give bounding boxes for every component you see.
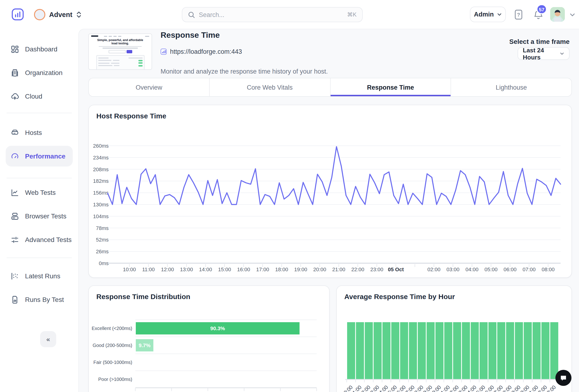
response-time-line: [108, 147, 561, 205]
sliders-icon: [10, 235, 19, 244]
cloud-gear-icon: [10, 92, 19, 101]
y-axis-label: 234ms: [93, 155, 109, 161]
sidebar-item-latest-runs[interactable]: Latest Runs: [6, 267, 73, 285]
thumbnail-cta: [89, 50, 151, 53]
thumbnail-dashboard-preview: [96, 55, 144, 70]
bar-chart-logo-icon: [11, 8, 24, 21]
sidebar-collapse-button[interactable]: «: [40, 331, 56, 347]
x-axis-label: 06:00: [504, 267, 516, 273]
hour-bar: [373, 322, 382, 380]
tab-label: Overview: [136, 84, 162, 91]
hour-bar: [524, 322, 532, 380]
x-axis-label: 16:00: [237, 267, 250, 273]
org-switcher[interactable]: Advent: [34, 7, 82, 22]
sidebar-item-dashboard[interactable]: Dashboard: [6, 40, 73, 58]
admin-menu-label: Admin: [474, 11, 494, 18]
avg-response-time-by-hour-card: Average Response Time by Hour 00:0001:00…: [336, 285, 572, 392]
sidebar-item-organization[interactable]: Organization: [6, 63, 73, 82]
category-label: Fair (500-1000ms): [93, 360, 132, 365]
x-axis-label: 05 Oct: [388, 267, 404, 273]
hour-bar: [532, 322, 541, 380]
y-axis-label: 26ms: [96, 249, 109, 255]
tab-response-time[interactable]: Response Time: [330, 78, 451, 96]
y-axis-label: 52ms: [96, 237, 109, 243]
timeframe-label: Select a time frame: [509, 38, 570, 45]
global-search[interactable]: ⌘K: [182, 7, 363, 22]
response-time-distribution-card: Response Time Distribution Excellent (<2…: [88, 285, 330, 392]
sidebar-divider: [7, 258, 72, 258]
app-window: Advent ⌘K Admin ?: [0, 0, 579, 392]
sidebar-item-runs-by-test[interactable]: Runs By Test: [6, 290, 73, 309]
x-axis-label: 13:00: [180, 267, 193, 273]
active-tab-underline: [330, 95, 451, 96]
x-axis-label: 11:00: [142, 267, 155, 273]
sidebar-nav: Dashboard Organization Cloud: [0, 29, 78, 392]
sidebar-item-label: Organization: [25, 69, 63, 76]
chat-widget-button[interactable]: [555, 370, 572, 386]
help-docs-button[interactable]: ?: [513, 9, 524, 20]
page-description: Monitor and analyze the response time hi…: [161, 68, 328, 75]
building-icon: [10, 68, 19, 77]
org-avatar: [34, 9, 45, 20]
sidebar-item-browser-tests[interactable]: Browser Tests: [6, 207, 73, 225]
tab-overview[interactable]: Overview: [89, 78, 209, 96]
y-axis-label: 260ms: [93, 143, 109, 149]
admin-menu-button[interactable]: Admin: [470, 7, 506, 22]
x-axis-label: 21:00: [332, 267, 345, 273]
sidebar-item-hosts[interactable]: Hosts: [6, 123, 73, 142]
file-chart-icon: [10, 295, 19, 304]
y-axis-label: 156ms: [93, 190, 109, 196]
hourly-bar-chart: 00:0001:0002:0003:0004:0005:0006:0007:00…: [337, 286, 572, 392]
tab-core-web-vitals[interactable]: Core Web Vitals: [209, 78, 330, 96]
main-content: Simple, powerful, and affordable load te…: [78, 29, 579, 392]
y-axis-label: 208ms: [93, 167, 109, 172]
x-axis-label: 15:00: [218, 267, 231, 273]
sidebar-item-web-tests[interactable]: Web Tests: [6, 183, 73, 202]
sidebar-item-performance[interactable]: Performance: [6, 146, 73, 167]
host-url: https://loadforge.com:443: [170, 48, 242, 55]
collapse-chevrons: «: [46, 336, 50, 343]
x-axis-label: 19:00: [294, 267, 307, 273]
hour-bar: [550, 322, 558, 380]
x-axis-label: 04:00: [465, 267, 478, 273]
app-logo-icon[interactable]: [11, 8, 24, 21]
sidebar-item-label: Web Tests: [25, 189, 56, 196]
timeframe-select[interactable]: Last 24 Hours: [518, 47, 570, 60]
sidebar-item-advanced-tests[interactable]: Advanced Tests: [6, 230, 73, 249]
x-axis-label: 14:00: [199, 267, 212, 273]
hour-bar: [382, 322, 391, 380]
chevron-down-icon: [560, 51, 564, 56]
user-avatar[interactable]: [550, 7, 565, 22]
search-input[interactable]: [199, 11, 343, 18]
sidebar-item-label: Cloud: [25, 92, 42, 100]
thumbnail-headline: Simple, powerful, and affordable load te…: [96, 38, 145, 45]
top-bar: Advent ⌘K Admin ?: [0, 0, 579, 29]
x-axis-label: 12:00: [161, 267, 174, 273]
report-tabs: Overview Core Web Vitals Response Time L…: [88, 78, 572, 97]
tab-lighthouse[interactable]: Lighthouse: [451, 78, 572, 96]
sidebar-item-label: Runs By Test: [25, 296, 64, 303]
org-name: Advent: [49, 11, 72, 18]
x-axis-label: 18:00: [275, 267, 288, 273]
notifications-button[interactable]: 57: [533, 9, 545, 21]
hour-bar: [471, 322, 479, 380]
x-axis-label: 03:00: [446, 267, 459, 273]
avatar-illustration: [550, 7, 565, 22]
page-title: Response Time: [161, 31, 220, 40]
host-chart-icon: [161, 49, 167, 55]
tab-label: Core Web Vitals: [247, 84, 292, 91]
search-shortcut-hint: ⌘K: [347, 11, 357, 18]
host-url-link[interactable]: https://loadforge.com:443: [161, 48, 242, 55]
user-menu-chevron[interactable]: [569, 11, 576, 18]
thumbnail-nav: [89, 34, 151, 37]
hour-bar: [488, 322, 496, 380]
hour-bar: [409, 322, 417, 380]
sidebar-item-cloud[interactable]: Cloud: [6, 87, 73, 106]
hour-bar: [365, 322, 373, 380]
x-axis-label: 17:00: [256, 267, 269, 273]
sidebar-item-label: Latest Runs: [25, 272, 60, 280]
notification-count-badge: 57: [536, 4, 547, 14]
hour-bar: [515, 322, 523, 380]
timeframe-value: Last 24 Hours: [523, 47, 560, 61]
dashboard-grid-icon: [10, 45, 19, 54]
